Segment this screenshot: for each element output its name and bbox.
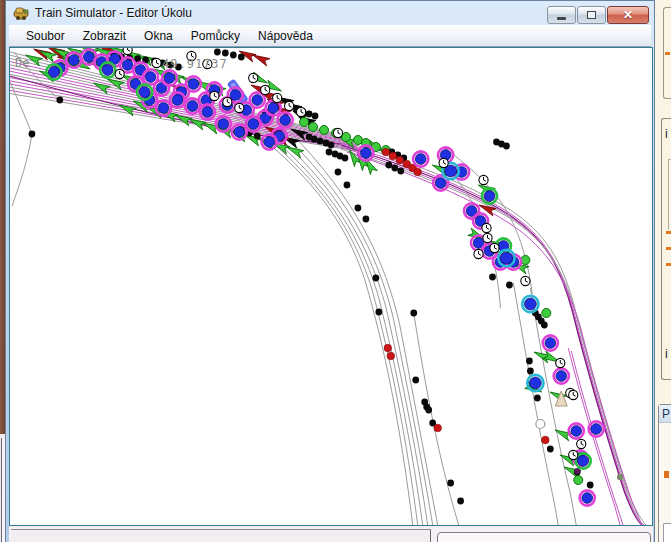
signal-marker[interactable]: [361, 148, 372, 159]
track-node-dot[interactable]: [342, 155, 349, 162]
signal-marker[interactable]: [545, 338, 556, 349]
signal-marker[interactable]: [578, 456, 589, 467]
signal-marker[interactable]: [188, 79, 199, 90]
menu-okna[interactable]: Okna: [135, 27, 182, 45]
track-node-dot[interactable]: [328, 142, 335, 149]
track-node-dot[interactable]: [375, 309, 382, 316]
signal-marker[interactable]: [571, 426, 582, 437]
signal-marker[interactable]: [139, 87, 150, 98]
track-node-dot[interactable]: [489, 274, 496, 281]
close-button[interactable]: ✕: [607, 6, 649, 24]
track-node-dot[interactable]: [547, 446, 554, 453]
track-node-dot[interactable]: [372, 275, 379, 282]
track-node-dot[interactable]: [363, 216, 370, 223]
signal-marker[interactable]: [591, 424, 602, 435]
menu-soubor[interactable]: Soubor: [17, 27, 74, 45]
track-node-dot[interactable]: [457, 498, 464, 505]
track-node-dot[interactable]: [326, 149, 333, 156]
track-node-dot[interactable]: [312, 113, 319, 120]
signal-marker[interactable]: [102, 65, 113, 76]
track-node-dot[interactable]: [541, 322, 548, 329]
track-node-dot[interactable]: [526, 358, 533, 365]
signal-marker[interactable]: [230, 90, 241, 101]
track-node-dot[interactable]: [56, 97, 63, 104]
track-node-dot[interactable]: [527, 368, 534, 375]
signal-marker[interactable]: [484, 191, 495, 202]
track-node-dot[interactable]: [412, 377, 419, 384]
waypoint-green[interactable]: [320, 126, 329, 135]
track-node-olive[interactable]: [617, 474, 623, 480]
menu-napoveda[interactable]: Nápověda: [249, 27, 322, 45]
properties-panel-header[interactable]: P: [659, 405, 671, 423]
signal-marker[interactable]: [234, 127, 245, 138]
track-node-dot[interactable]: [317, 138, 324, 145]
signal-marker[interactable]: [48, 67, 59, 78]
track-node-red[interactable]: [384, 344, 392, 352]
track-node-dot[interactable]: [306, 111, 313, 118]
track-node-dot[interactable]: [391, 165, 398, 172]
waypoint-green[interactable]: [521, 256, 530, 265]
track-node-dot[interactable]: [238, 54, 245, 61]
signal-marker[interactable]: [582, 493, 593, 504]
track-node-red[interactable]: [387, 352, 395, 360]
signal-marker[interactable]: [164, 73, 175, 84]
signal-marker[interactable]: [122, 60, 133, 71]
waypoint-green[interactable]: [309, 123, 318, 132]
track-node-dot[interactable]: [397, 168, 404, 175]
maximize-button[interactable]: [577, 6, 606, 24]
track-node-dot[interactable]: [167, 62, 174, 69]
waypoint-green[interactable]: [542, 309, 551, 318]
signal-marker[interactable]: [415, 154, 426, 165]
track-node-dot[interactable]: [587, 482, 594, 489]
track-node-dot[interactable]: [222, 50, 229, 57]
signal-marker[interactable]: [252, 95, 263, 106]
signal-marker[interactable]: [218, 119, 229, 130]
signal-marker[interactable]: [268, 103, 279, 114]
minimize-button[interactable]: [547, 6, 576, 24]
menu-zobrazit[interactable]: Zobrazit: [74, 27, 135, 45]
track-node-red[interactable]: [396, 156, 404, 164]
track-node-dot[interactable]: [214, 49, 221, 56]
track-node-dot[interactable]: [385, 162, 392, 169]
track-node-dot[interactable]: [506, 282, 513, 289]
signal-marker[interactable]: [145, 72, 156, 83]
signal-marker[interactable]: [248, 119, 259, 130]
signal-marker[interactable]: [187, 101, 198, 112]
track-node-dot[interactable]: [355, 205, 362, 212]
signal-marker[interactable]: [83, 52, 94, 63]
signal-marker[interactable]: [500, 252, 512, 264]
route-map-canvas[interactable]: [10, 48, 652, 525]
signal-marker[interactable]: [524, 298, 536, 310]
track-node-dot[interactable]: [447, 480, 454, 487]
signal-marker[interactable]: [172, 95, 183, 106]
track-node-hollow[interactable]: [536, 420, 545, 429]
track-node-red[interactable]: [542, 436, 550, 444]
signal-marker[interactable]: [435, 178, 446, 189]
track-node-dot[interactable]: [311, 136, 318, 143]
track-node-dot[interactable]: [230, 52, 237, 59]
signal-marker[interactable]: [264, 137, 275, 148]
signal-marker[interactable]: [158, 103, 169, 114]
track-node-dot[interactable]: [344, 182, 351, 189]
track-node-dot[interactable]: [254, 133, 261, 140]
track-node-dot[interactable]: [29, 131, 36, 138]
signal-marker[interactable]: [68, 55, 79, 66]
waypoint-green[interactable]: [574, 476, 583, 485]
signal-marker[interactable]: [556, 371, 567, 382]
titlebar[interactable]: Train Simulator - Editor Úkolu ✕: [6, 1, 654, 25]
signal-marker[interactable]: [280, 115, 291, 126]
track-node-dot[interactable]: [534, 395, 541, 402]
direction-arrow-red[interactable]: [251, 51, 270, 65]
track-node-dot[interactable]: [175, 64, 182, 71]
track-node-dot[interactable]: [335, 169, 342, 176]
signal-marker[interactable]: [202, 107, 213, 118]
waypoint-green[interactable]: [300, 118, 309, 127]
track-node-dot[interactable]: [410, 310, 417, 317]
track-node-red[interactable]: [382, 148, 390, 156]
track-node-dot[interactable]: [503, 143, 510, 150]
menu-pomucky[interactable]: Pomůcky: [182, 27, 249, 45]
track-node-red[interactable]: [389, 152, 397, 160]
track-node-dot[interactable]: [425, 407, 432, 414]
signal-marker[interactable]: [529, 377, 541, 389]
route-map-view[interactable]: De 49.91737: [9, 47, 653, 526]
